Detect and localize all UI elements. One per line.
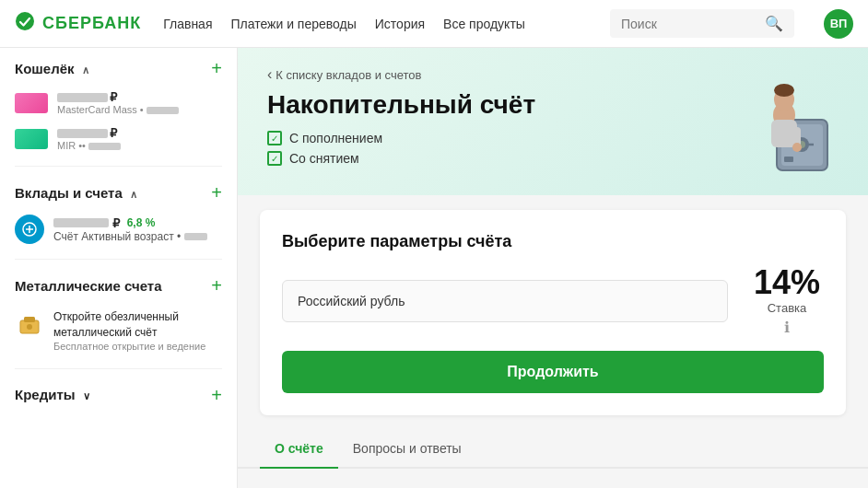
mastercard-amount: ₽ — [57, 90, 179, 104]
wallet-add-button[interactable]: + — [211, 59, 222, 77]
search-input[interactable] — [621, 17, 757, 31]
wallet-title[interactable]: Кошелёк ∧ — [15, 61, 89, 76]
mir-item[interactable]: ₽ MIR •• — [15, 121, 222, 157]
svg-rect-12 — [784, 157, 793, 162]
credits-header: Кредиты ∨ + — [15, 386, 222, 404]
page-layout: Кошелёк ∧ + ₽ MasterCard Mass • — [0, 48, 868, 488]
avatar[interactable]: ВП — [824, 9, 853, 39]
account-name: Счёт Активный возраст • — [53, 230, 222, 243]
logo[interactable]: СБЕРБАНК — [15, 11, 141, 36]
mir-card-image — [15, 129, 48, 149]
mastercard-item[interactable]: ₽ MasterCard Mass • — [15, 85, 222, 121]
checkmark-icon-0 — [267, 131, 282, 145]
rate-label: Ставка — [768, 301, 807, 315]
rate-display: 14% Ставка ℹ — [750, 266, 824, 336]
accounts-chevron: ∧ — [130, 189, 137, 200]
rate-value: 14% — [754, 266, 820, 299]
content-tabs: О счёте Вопросы и ответы — [238, 430, 868, 469]
account-info: ₽ 6,8 % Счёт Активный возраст • — [53, 216, 222, 243]
credits-section: Кредиты ∨ + — [0, 375, 237, 415]
accounts-add-button[interactable]: + — [211, 183, 222, 202]
mir-amount: ₽ — [57, 126, 121, 140]
rate-info-icon[interactable]: ℹ — [784, 319, 790, 336]
search-icon: 🔍 — [765, 15, 783, 32]
logo-text: СБЕРБАНК — [42, 14, 141, 33]
checkmark-icon-1 — [267, 151, 282, 166]
hero-section: К списку вкладов и счетов Накопительный … — [238, 48, 868, 195]
form-submit-row: Продолжить — [282, 351, 824, 393]
nav-payments[interactable]: Платежи и переводы — [230, 17, 356, 31]
svg-rect-14 — [771, 120, 797, 147]
accounts-section: Вклады и счета ∧ + ₽ 6,8 % — [0, 172, 237, 253]
main-content: К списку вкладов и счетов Накопительный … — [238, 48, 868, 488]
metal-promo-text: Откройте обезличенный металлический счёт… — [53, 309, 222, 352]
credits-add-button[interactable]: + — [211, 386, 222, 404]
credits-chevron: ∨ — [83, 390, 90, 401]
nav-links: Главная Платежи и переводы История Все п… — [163, 17, 525, 31]
nav-history[interactable]: История — [375, 17, 425, 31]
mastercard-info: ₽ MasterCard Mass • — [57, 90, 179, 115]
top-navigation: СБЕРБАНК Главная Платежи и переводы Исто… — [0, 0, 868, 48]
nav-home[interactable]: Главная — [163, 17, 212, 31]
mastercard-amount-value — [57, 93, 108, 102]
account-icon — [15, 215, 44, 244]
divider-1 — [15, 166, 222, 167]
mastercard-card-image — [15, 93, 48, 113]
metal-header: Металлические счета + — [15, 276, 222, 295]
logo-icon — [15, 11, 35, 36]
divider-3 — [15, 368, 222, 369]
divider-2 — [15, 259, 222, 260]
mir-info: ₽ MIR •• — [57, 126, 121, 151]
tab-about[interactable]: О счёте — [260, 430, 338, 469]
form-title: Выберите параметры счёта — [282, 232, 824, 251]
submit-button[interactable]: Продолжить — [282, 351, 824, 393]
form-row: 14% Ставка ℹ — [282, 266, 824, 336]
metal-title[interactable]: Металлические счета — [15, 278, 162, 294]
hero-character-illustration — [745, 55, 846, 184]
accounts-title[interactable]: Вклады и счета ∧ — [15, 185, 137, 201]
svg-point-6 — [27, 324, 32, 330]
svg-point-16 — [774, 84, 794, 97]
nav-products[interactable]: Все продукты — [443, 17, 525, 31]
metal-section: Металлические счета + Откройте обезличен… — [0, 265, 237, 363]
account-amount: ₽ — [53, 216, 120, 230]
metal-promo-item[interactable]: Откройте обезличенный металлический счёт… — [15, 302, 222, 359]
tab-faq[interactable]: Вопросы и ответы — [338, 430, 476, 469]
svg-point-0 — [16, 12, 34, 30]
mir-name: MIR •• — [57, 140, 121, 151]
currency-input[interactable] — [282, 280, 728, 322]
account-rate: 6,8 % — [127, 216, 156, 229]
wallet-chevron: ∧ — [82, 64, 89, 76]
currency-input-wrap — [282, 280, 728, 322]
accounts-header: Вклады и счета ∧ + — [15, 183, 222, 202]
credits-title[interactable]: Кредиты ∨ — [15, 387, 90, 402]
sidebar: Кошелёк ∧ + ₽ MasterCard Mass • — [0, 48, 238, 488]
account-item[interactable]: ₽ 6,8 % Счёт Активный возраст • — [15, 209, 222, 250]
metal-add-button[interactable]: + — [211, 276, 222, 295]
mir-amount-value — [57, 129, 108, 138]
account-form: Выберите параметры счёта 14% Ставка ℹ Пр… — [260, 210, 846, 415]
mastercard-name: MasterCard Mass • — [57, 104, 179, 115]
svg-point-18 — [792, 143, 802, 152]
search-box[interactable]: 🔍 — [610, 9, 794, 38]
wallet-header: Кошелёк ∧ + — [15, 59, 222, 77]
metal-icon — [15, 309, 44, 339]
svg-rect-5 — [24, 317, 35, 322]
wallet-section: Кошелёк ∧ + ₽ MasterCard Mass • — [0, 48, 237, 160]
